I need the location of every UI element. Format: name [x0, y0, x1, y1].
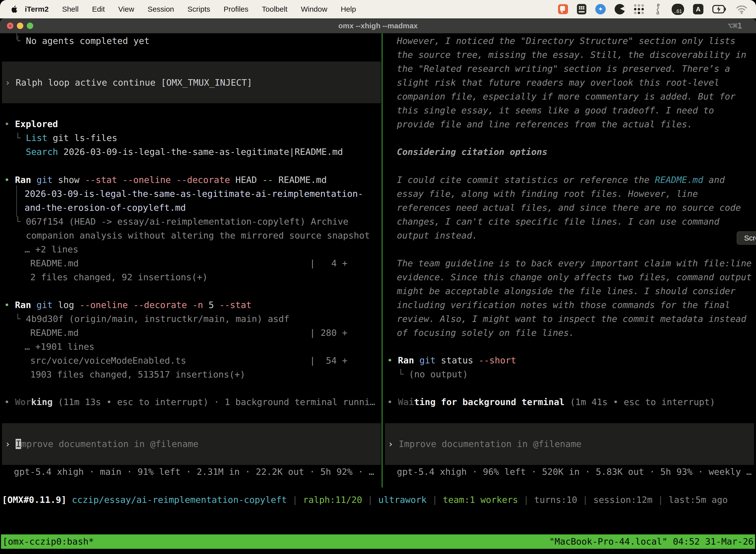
terminal-segment: 2026-03-09-is-legal-the-same-as-legitima… [58, 147, 343, 157]
omx-bar-segment: ralph:11/20 [303, 495, 362, 505]
omx-bar-segment: last:5m ago [669, 495, 728, 505]
terminal-segment: 2026-03-09-is-legal-the-same-as-legitima… [24, 189, 363, 199]
terminal-segment: status [436, 355, 479, 365]
terminal-segment: • [4, 300, 15, 310]
pane-divider[interactable] [382, 33, 382, 488]
terminal-segment: Considering citation options [397, 147, 548, 157]
terminal-line: the source tree, missing the essay. Stil… [397, 48, 746, 62]
terminal-segment: • [4, 175, 15, 185]
loom-icon[interactable] [615, 4, 625, 14]
terminal-segment: the source tree, missing the essay. Stil… [397, 50, 746, 60]
menu-item-window[interactable]: Window [294, 0, 334, 18]
terminal-line: provide file and line references from th… [397, 117, 693, 131]
menu-item-shell[interactable]: Shell [55, 0, 85, 18]
menu-item-session[interactable]: Session [141, 0, 181, 18]
terminal-line: … +1901 lines [24, 340, 94, 354]
terminal-segment: No agents completed yet [26, 36, 149, 46]
menu-item-iterm2[interactable]: iTerm2 [19, 0, 55, 18]
terminal-line: Search 2026-03-09-is-legal-the-same-as-l… [26, 145, 343, 159]
menu-bar: iTerm2ShellEditViewSessionScriptsProfile… [0, 0, 756, 18]
omx-bar-segment: turns:10 [534, 495, 577, 505]
terminal-line: └ 067f154 (HEAD -> essay/ai-reimplementa… [15, 215, 349, 229]
terminal-line: evidence. Since this change only affects… [397, 270, 752, 284]
right-prompt-input[interactable]: › Improve documentation in @filename [385, 423, 754, 465]
terminal-segment: README.md | 280 + [30, 328, 348, 338]
terminal-line: └ List git ls-files [15, 131, 117, 145]
terminal-segment: --oneline --decorate -n [79, 300, 203, 310]
terminal-line: companion analysis without altering the … [26, 229, 370, 242]
menu-item-scripts[interactable]: Scripts [181, 0, 217, 18]
omx-status-bar: [OMX#0.11.9] cczip/essay/ai-reimplementa… [2, 493, 728, 507]
left-prompt-input[interactable]: › Improve documentation in @filename [2, 423, 381, 465]
terminal-segment: show [53, 175, 85, 185]
inject-banner: › Ralph loop active continue [OMX_TMUX_I… [2, 62, 381, 103]
terminal-line: └ No agents completed yet [15, 34, 149, 48]
terminal-segment: essay file, along with finding root file… [397, 189, 698, 199]
terminal-line: README.md | 280 + [30, 326, 348, 340]
omx-bar-segment: | [427, 495, 443, 505]
omx-bar-segment: | [518, 495, 534, 505]
terminal-line: the "Related research writing" section i… [397, 62, 730, 76]
battery-61-badge[interactable]: ..61 [672, 4, 684, 15]
menu-item-view[interactable]: View [112, 0, 141, 18]
text-cursor: I [16, 439, 21, 449]
screen-share-tab[interactable]: Scre [737, 231, 756, 245]
terminal-segment: (11m 13s • esc to interrupt) · 1 backgro… [53, 397, 375, 407]
terminal-line: └ (no output) [398, 367, 468, 381]
terminal-segment: 2 files changed, 92 insertions(+) [30, 272, 208, 282]
screenshot-icon[interactable] [558, 4, 568, 14]
terminal-segment: └ [15, 36, 26, 46]
terminal-segment: 4b9d30f (origin/main, instructkr/main, m… [26, 314, 289, 324]
terminal-segment: • [4, 119, 15, 129]
terminal-segment: The team guideline is to back every impo… [397, 258, 752, 268]
terminal-segment: • [4, 397, 15, 407]
input-source-a-icon[interactable]: A [693, 4, 703, 14]
terminal-segment [31, 175, 37, 185]
window-title: omx --xhigh --madmax [0, 18, 756, 33]
prompt-chevron: › [388, 439, 398, 449]
terminal-segment: output instead. [397, 230, 478, 240]
verified-badge-icon[interactable]: ✦ [595, 4, 606, 14]
menu-item-edit[interactable]: Edit [85, 0, 112, 18]
terminal-line: README.md | 4 + [30, 257, 348, 270]
keyboard-grid-icon[interactable] [577, 4, 586, 14]
terminal-segment: king [31, 397, 53, 407]
terminal-segment: of focusing solely on file lines. [397, 328, 574, 338]
terminal-segment: the "Related research writing" section i… [397, 63, 730, 74]
omx-bar-segment: | [577, 495, 593, 505]
hook-icon[interactable] [653, 3, 663, 15]
omx-bar-segment: [OMX#0.11.9] [2, 495, 66, 505]
terminal-segment: (1m 41s • esc to interrupt) [565, 397, 715, 407]
menu-item-profiles[interactable]: Profiles [217, 0, 255, 18]
terminal-segment: Ran [15, 175, 31, 185]
dots-grid-icon[interactable] [634, 4, 644, 14]
menu-item-help[interactable]: Help [334, 0, 363, 18]
terminal-segment: provide file and line references from th… [397, 119, 693, 129]
menu-items: iTerm2ShellEditViewSessionScriptsProfile… [19, 0, 363, 18]
left-model-statusline: gpt-5.4 xhigh · main · 91% left · 2.31M … [14, 465, 374, 479]
right-model-statusline: gpt-5.4 xhigh · 96% left · 520K in · 5.8… [397, 465, 752, 479]
terminal-line: I could cite commit statistics or refere… [397, 173, 725, 187]
terminal-segment: git [37, 300, 53, 310]
terminal-segment: I could cite commit statistics or refere… [397, 175, 655, 185]
terminal-line: … +2 lines [24, 242, 78, 257]
omx-bar-segment: ultrawork [378, 495, 427, 505]
terminal-segment: companion analysis without altering the … [26, 230, 370, 240]
terminal-line: changes, I can't cite specific file line… [397, 215, 719, 229]
terminal-segment: git [420, 355, 436, 365]
menu-item-toolbelt[interactable]: Toolbelt [255, 0, 294, 18]
wifi-icon[interactable] [736, 4, 748, 14]
window-shortcut-badge: ⌥⌘1 [728, 18, 742, 33]
terminal-segment: src/voice/voiceModeEnabled.ts | 54 + [30, 355, 348, 366]
terminal-segment: └ [15, 216, 26, 227]
screen-share-label: Scre [744, 234, 756, 242]
tmux-session-label: [omx-cczip0:bash* [1, 535, 94, 549]
terminal-line: this single essay, it seems like a good … [397, 104, 714, 117]
terminal-segment: references need actual files, and since … [397, 203, 741, 213]
terminal-line: └ 4b9d30f (origin/main, instructkr/main,… [15, 312, 289, 326]
terminal-segment: └ [15, 314, 26, 324]
apple-menu-icon[interactable] [9, 4, 19, 15]
terminal-line: 2 files changed, 92 insertions(+) [30, 270, 208, 284]
battery-icon[interactable] [712, 4, 727, 14]
terminal-segment: evidence. Since this change only affects… [397, 272, 752, 282]
